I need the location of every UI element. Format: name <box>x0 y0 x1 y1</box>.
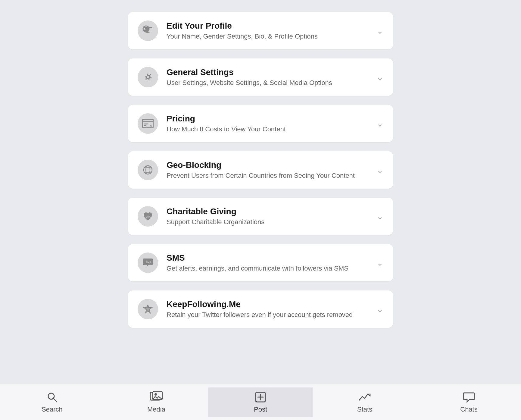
edit-profile-chevron: ⌄ <box>376 26 383 36</box>
svg-rect-10 <box>144 125 146 126</box>
geo-blocking-icon <box>138 160 158 180</box>
general-settings-text: General Settings User Settings, Website … <box>167 67 370 87</box>
settings-list: Edit Your Profile Your Name, Gender Sett… <box>116 6 405 364</box>
nav-search-label: Search <box>42 406 63 413</box>
svg-line-20 <box>53 398 56 401</box>
sms-title: SMS <box>167 253 370 263</box>
nav-item-stats[interactable]: Stats <box>313 387 417 417</box>
nav-item-chats[interactable]: Chats <box>417 387 521 417</box>
keepfollowing-icon <box>138 299 158 319</box>
stats-icon <box>358 391 371 403</box>
pricing-text: Pricing How Much It Costs to View Your C… <box>167 114 370 133</box>
settings-item-charitable-giving[interactable]: SMS Charitable Giving Support Charitable… <box>128 198 393 235</box>
keepfollowing-chevron: ⌄ <box>376 304 383 314</box>
settings-item-pricing[interactable]: $ Pricing How Much It Costs to View Your… <box>128 105 393 142</box>
general-settings-subtitle: User Settings, Website Settings, & Socia… <box>167 79 370 87</box>
edit-profile-text: Edit Your Profile Your Name, Gender Sett… <box>167 21 370 40</box>
svg-text:SMS: SMS <box>146 215 151 218</box>
charitable-giving-text: Charitable Giving Support Charitable Org… <box>167 207 370 226</box>
media-icon <box>150 391 163 403</box>
svg-rect-9 <box>144 124 148 124</box>
nav-item-post[interactable]: Post <box>208 387 313 417</box>
svg-text:$: $ <box>150 125 152 128</box>
search-icon <box>46 391 58 403</box>
sms-chevron: ⌄ <box>376 258 383 268</box>
keepfollowing-text: KeepFollowing.Me Retain your Twitter fol… <box>167 299 370 319</box>
geo-blocking-title: Geo-Blocking <box>167 160 370 170</box>
sms-text: SMS Get alerts, earnings, and communicat… <box>167 253 370 272</box>
sms-icon: SMS <box>138 252 158 273</box>
edit-profile-title: Edit Your Profile <box>167 21 370 31</box>
chats-icon <box>463 391 475 403</box>
geo-blocking-subtitle: Prevent Users from Certain Countries fro… <box>167 172 370 180</box>
svg-point-23 <box>154 393 157 396</box>
edit-profile-icon <box>138 20 158 41</box>
settings-item-geo-blocking[interactable]: Geo-Blocking Prevent Users from Certain … <box>128 151 393 189</box>
post-icon <box>254 391 267 403</box>
nav-item-search[interactable]: Search <box>0 387 104 417</box>
pricing-title: Pricing <box>167 114 370 124</box>
nav-stats-label: Stats <box>357 406 372 413</box>
nav-post-label: Post <box>254 406 267 413</box>
bottom-nav: Search Media Post <box>0 384 521 420</box>
general-settings-icon <box>138 67 158 87</box>
pricing-subtitle: How Much It Costs to View Your Content <box>167 125 370 133</box>
general-settings-title: General Settings <box>167 67 370 77</box>
pricing-icon: $ <box>138 113 158 134</box>
nav-chats-label: Chats <box>460 406 477 413</box>
nav-item-media[interactable]: Media <box>104 387 208 417</box>
svg-point-4 <box>146 27 149 30</box>
nav-media-label: Media <box>147 406 165 413</box>
charitable-giving-title: Charitable Giving <box>167 207 370 216</box>
settings-item-sms[interactable]: SMS SMS Get alerts, earnings, and commun… <box>128 244 393 281</box>
geo-blocking-chevron: ⌄ <box>376 165 383 175</box>
general-settings-chevron: ⌄ <box>376 72 383 82</box>
settings-item-keepfollowing[interactable]: KeepFollowing.Me Retain your Twitter fol… <box>128 290 393 328</box>
edit-profile-subtitle: Your Name, Gender Settings, Bio, & Profi… <box>167 33 370 40</box>
charitable-giving-icon: SMS <box>138 206 158 227</box>
svg-point-6 <box>147 76 149 78</box>
keepfollowing-title: KeepFollowing.Me <box>167 299 370 309</box>
charitable-giving-chevron: ⌄ <box>376 212 383 221</box>
geo-blocking-text: Geo-Blocking Prevent Users from Certain … <box>167 160 370 180</box>
keepfollowing-subtitle: Retain your Twitter followers even if yo… <box>167 311 370 319</box>
charitable-giving-subtitle: Support Charitable Organizations <box>167 218 370 226</box>
sms-subtitle: Get alerts, earnings, and communicate wi… <box>167 265 370 272</box>
svg-text:SMS: SMS <box>145 261 151 264</box>
settings-item-edit-profile[interactable]: Edit Your Profile Your Name, Gender Sett… <box>128 12 393 49</box>
settings-item-general[interactable]: General Settings User Settings, Website … <box>128 58 393 96</box>
pricing-chevron: ⌄ <box>376 119 383 129</box>
